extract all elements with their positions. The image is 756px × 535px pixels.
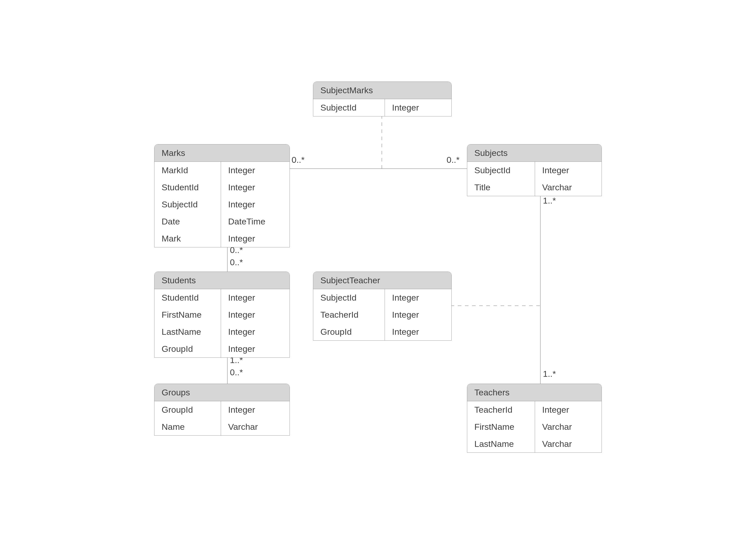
attr-name: Name (155, 418, 221, 436)
entity-marks: MarksMarkIdStudentIdSubjectIdDateMarkInt… (154, 144, 290, 247)
attr-name: StudentId (155, 179, 221, 196)
entity-students: StudentsStudentIdFirstNameLastNameGroupI… (154, 271, 290, 358)
attr-type: Integer (221, 289, 289, 306)
attr-name: FirstName (155, 306, 221, 323)
mult-groups-top: 0..* (230, 367, 243, 377)
attr-name: GroupId (155, 340, 221, 357)
attr-name: SubjectId (467, 162, 535, 179)
entity-title: Groups (155, 384, 290, 401)
entity-teachers: TeachersTeacherIdFirstNameLastNameIntege… (467, 384, 602, 453)
attr-type: Integer (221, 179, 289, 196)
attr-name: GroupId (155, 401, 221, 418)
entity-subjects: SubjectsSubjectIdTitleIntegerVarchar (467, 144, 602, 196)
attr-name: MarkId (155, 162, 221, 179)
mult-teachers-top: 1..* (543, 369, 556, 379)
attr-name: StudentId (155, 289, 221, 306)
attr-name: SubjectId (313, 289, 385, 306)
attr-name: LastName (467, 436, 535, 452)
attr-name: GroupId (313, 323, 385, 340)
attr-name: SubjectId (313, 99, 385, 116)
attr-type: Integer (221, 323, 289, 340)
attr-name: TeacherId (313, 306, 385, 323)
attr-name: FirstName (467, 418, 535, 436)
attr-type: Varchar (535, 418, 601, 436)
attr-type: Varchar (535, 436, 601, 452)
attr-name: TeacherId (467, 401, 535, 418)
attr-name: Date (155, 213, 221, 230)
entity-title: Marks (155, 144, 290, 162)
attr-type: Integer (221, 401, 289, 418)
attr-type: Integer (221, 340, 289, 357)
mult-marks-side: 0..* (292, 155, 305, 165)
attr-type: Integer (221, 306, 289, 323)
attr-type: Integer (385, 99, 451, 116)
entity-title: SubjectTeacher (313, 272, 451, 289)
attr-type: Integer (385, 323, 451, 340)
entity-subjectteacher: SubjectTeacherSubjectIdTeacherIdGroupIdI… (313, 271, 452, 341)
er-diagram-canvas: 0..* 0..* 0..* 0..* 1..* 0..* 1..* 1..* … (0, 0, 756, 535)
attr-type: Integer (221, 230, 289, 247)
entity-title: Subjects (467, 144, 601, 162)
attr-type: Integer (535, 162, 601, 179)
attr-name: Title (467, 179, 535, 196)
entity-groups: GroupsGroupIdNameIntegerVarchar (154, 384, 290, 436)
attr-type: Integer (535, 401, 601, 418)
attr-type: Integer (385, 306, 451, 323)
attr-name: LastName (155, 323, 221, 340)
entity-title: Teachers (467, 384, 601, 401)
attr-name: Mark (155, 230, 221, 247)
attr-name: SubjectId (155, 196, 221, 213)
entity-subjectmarks: SubjectMarksSubjectIdInteger (313, 81, 452, 116)
attr-type: Integer (221, 162, 289, 179)
attr-type: Varchar (535, 179, 601, 196)
attr-type: Integer (221, 196, 289, 213)
entity-title: SubjectMarks (313, 82, 451, 99)
mult-subjects-bot: 1..* (543, 196, 556, 206)
attr-type: DateTime (221, 213, 289, 230)
attr-type: Varchar (221, 418, 289, 436)
connectors (0, 0, 756, 535)
attr-type: Integer (385, 289, 451, 306)
mult-subjects-side: 0..* (447, 155, 459, 165)
entity-title: Students (155, 272, 290, 289)
mult-students-top: 0..* (230, 257, 243, 267)
